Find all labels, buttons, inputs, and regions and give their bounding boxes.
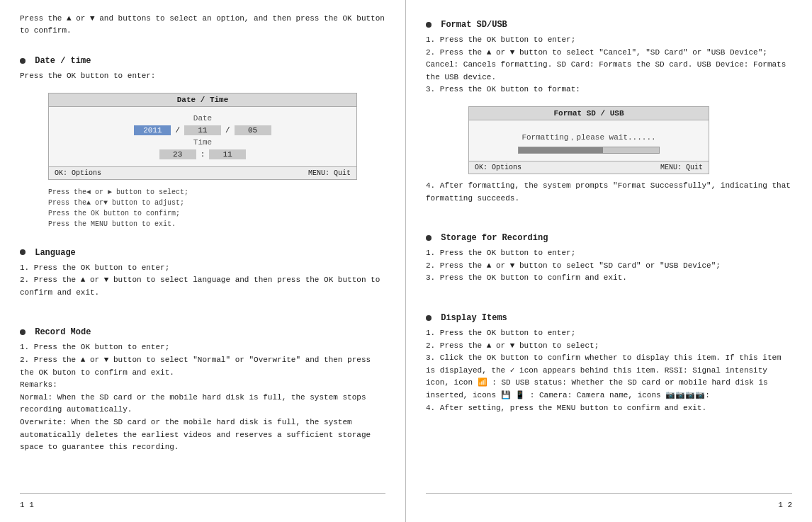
section-record-mode: Record Mode 1. Press the OK button to en… <box>20 320 385 463</box>
language-body: 1. Press the OK button to enter; 2. Pres… <box>20 262 385 300</box>
hint-line-2: Press the▲ or▼ button to adjust; <box>48 198 357 208</box>
footer-menu: MENU: Quit <box>308 169 351 177</box>
section-title-recordmode: Record Mode <box>20 327 385 337</box>
bullet-icon <box>20 249 26 255</box>
format-step4: 4. After formatting, the system prompts … <box>426 180 792 205</box>
section-display-items: Display Items 1. Press the OK button to … <box>426 306 792 424</box>
format-step-2: 2. Press the ▲ or ▼ button to select "Ca… <box>426 47 792 84</box>
dialog-title: Date / Time <box>49 93 356 107</box>
page-number-left: 1 1 <box>20 493 385 509</box>
bullet-icon <box>426 235 432 241</box>
bullet-icon <box>426 22 432 28</box>
section-language: Language 1. Press the OK button to enter… <box>20 241 385 310</box>
intro-text: Press the ▲ or ▼ and buttons to select a… <box>20 13 385 36</box>
display-body: 1. Press the OK button to enter; 2. Pres… <box>426 327 792 414</box>
language-step-2: 2. Press the ▲ or ▼ button to select lan… <box>20 274 385 299</box>
format-dialog-title: Format SD / USB <box>469 107 709 120</box>
section-date-time: Date / time Press the OK button to enter… <box>20 49 385 229</box>
time-label: Time <box>193 138 212 147</box>
section-title-language: Language <box>20 248 385 258</box>
section-title-display: Display Items <box>426 313 792 323</box>
recordmode-step-2: 2. Press the ▲ or ▼ button to select "No… <box>20 354 385 379</box>
format-progress-bar-bg <box>518 147 660 154</box>
format-dialog: Format SD / USB Formatting，please wait..… <box>468 106 709 174</box>
storage-body: 1. Press the OK button to enter; 2. Pres… <box>426 247 792 285</box>
hint-line-3: Press the OK button to confirm; <box>48 208 357 219</box>
time-minute-field[interactable]: 11 <box>209 149 246 159</box>
date-value-row: 2011 / 11 / 05 <box>57 125 348 135</box>
storage-step-2: 2. Press the ▲ or ▼ button to select "SD… <box>426 260 792 273</box>
format-footer-menu: MENU: Quit <box>660 164 703 171</box>
hint-line-4: Press the MENU button to exit. <box>48 219 357 229</box>
format-step-3: 3. Press the OK button to format: <box>426 84 792 96</box>
section-format: Format SD/USB 1. Press the OK button to … <box>426 13 792 215</box>
date-sep2: / <box>225 126 230 135</box>
section-title-datetime: Date / time <box>20 56 385 66</box>
datetime-intro: Press the OK button to enter: <box>20 70 385 83</box>
display-step-1: 1. Press the OK button to enter; <box>426 327 792 340</box>
bullet-icon <box>426 315 432 321</box>
time-label-row: Time <box>57 138 348 147</box>
hint-line-1: Press the◄ or ► button to select; <box>48 187 357 198</box>
page-number-right: 1 2 <box>426 493 792 509</box>
format-dialog-footer: OK: Options MENU: Quit <box>469 161 709 174</box>
recordmode-step-1: 1. Press the OK button to enter; <box>20 341 385 354</box>
recordmode-body: 1. Press the OK button to enter; 2. Pres… <box>20 341 385 453</box>
storage-step-3: 3. Press the OK button to confirm and ex… <box>426 272 792 285</box>
section-title-storage: Storage for Recording <box>426 233 792 243</box>
datetime-dialog: Date / Time Date 2011 / 11 / 05 Time 23 <box>48 93 357 180</box>
display-step-2: 2. Press the ▲ or ▼ button to select; <box>426 340 792 353</box>
format-progress-bar-fill <box>519 147 603 153</box>
recordmode-overwrite: Overwrite: When the SD card or the mobil… <box>20 416 385 454</box>
time-sep: : <box>201 150 205 159</box>
format-footer-ok: OK: Options <box>475 164 521 171</box>
date-label: Date <box>193 114 212 123</box>
footer-ok: OK: Options <box>55 169 101 177</box>
time-value-row: 23 : 11 <box>57 149 348 159</box>
date-sep1: / <box>175 126 180 135</box>
format-body: 1. Press the OK button to enter; 2. Pres… <box>426 34 792 96</box>
display-step-4: 4. After setting, press the MENU button … <box>426 402 792 415</box>
bullet-icon <box>20 329 26 335</box>
storage-step-1: 1. Press the OK button to enter; <box>426 247 792 260</box>
format-step-1: 1. Press the OK button to enter; <box>426 34 792 47</box>
recordmode-remarks: Remarks: <box>20 379 385 392</box>
section-title-format: Format SD/USB <box>426 20 792 30</box>
page-right: Format SD/USB 1. Press the OK button to … <box>406 0 812 522</box>
date-label-row: Date <box>57 114 348 123</box>
dialog-hints: Press the◄ or ► button to select; Press … <box>48 187 357 229</box>
dialog-footer: OK: Options MENU: Quit <box>49 166 356 179</box>
recordmode-normal: Normal: When the SD card or the mobile h… <box>20 392 385 416</box>
bullet-icon <box>20 58 26 64</box>
date-day-field[interactable]: 05 <box>235 125 271 135</box>
page-left: Press the ▲ or ▼ and buttons to select a… <box>0 0 406 522</box>
time-hour-field[interactable]: 23 <box>159 149 196 159</box>
date-year-field[interactable]: 2011 <box>134 125 171 135</box>
format-progress-area: Formatting，please wait...... <box>469 120 709 161</box>
section-storage: Storage for Recording 1. Press the OK bu… <box>426 226 792 295</box>
format-progress-text: Formatting，please wait...... <box>521 132 655 142</box>
dialog-content: Date 2011 / 11 / 05 Time 23 : 11 <box>49 107 356 166</box>
date-month-field[interactable]: 11 <box>184 125 221 135</box>
display-step-3: 3. Click the OK button to confirm whethe… <box>426 352 792 402</box>
language-step-1: 1. Press the OK button to enter; <box>20 262 385 275</box>
